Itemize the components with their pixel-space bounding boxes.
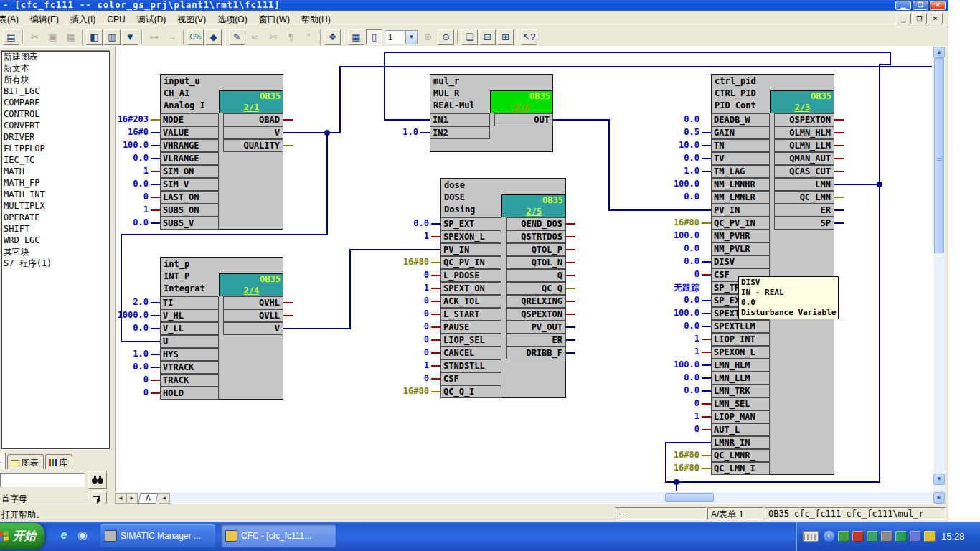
menu-item-4[interactable]: 调试(D) [131,11,172,27]
menu-item-6[interactable]: 选项(O) [212,11,253,27]
menu-item-7[interactable]: 窗口(W) [253,11,296,27]
pin-value-dose-PAUSE[interactable]: 0 [374,321,429,331]
grid-icon[interactable]: ▦ [348,29,364,45]
mdi-restore-button[interactable]: ❐ [912,13,927,24]
pin-ctrl_pid-NM_PVLR[interactable]: NM_PVLR [711,242,770,255]
pin-value-int_p-HYS[interactable]: 1.0 [115,349,149,359]
pin-ctrl_pid-TN[interactable]: TN [711,139,770,152]
sheet-next-button[interactable]: ► [126,493,138,504]
pin-dose-CSF[interactable]: CSF [440,372,501,385]
pin-ctrl_pid-LIOP_INT[interactable]: LIOP_INT [711,333,770,346]
pin-ctrl_pid-SPEXON_L[interactable]: SPEXON_L [711,346,770,359]
pin-value-ctrl_pid-SPEXT[interactable]: 100.0 [645,308,699,318]
pin-value-ctrl_pid-TN[interactable]: 10.0 [645,140,699,150]
menu-item-2[interactable]: 插入(I) [65,11,101,27]
pin-dose-PV_OUT[interactable]: PV_OUT [506,321,566,334]
pin-value-input_u-SUBS_V[interactable]: 0.0 [115,217,149,227]
pin-ctrl_pid-QC_LMNR_[interactable]: QC_LMNR_ [711,449,770,462]
chart-tree-icon[interactable]: ▼ [122,29,138,45]
pin-value-ctrl_pid-AUT_L[interactable]: 0 [645,424,699,434]
pin-value-dose-QC_Q_I[interactable]: 16#80 [374,386,429,396]
pin-value-int_p-VTRACK[interactable]: 0.0 [115,362,149,372]
pin-value-ctrl_pid-QC_LMN_I[interactable]: 16#80 [645,463,699,473]
pin-ctrl_pid-QCAS_CUT[interactable]: QCAS_CUT [774,165,834,178]
pin-ctrl_pid-LMN[interactable]: LMN [774,178,834,191]
pin-ctrl_pid-PV_IN[interactable]: PV_IN [711,204,770,217]
pin-ctrl_pid-NM_PVHR[interactable]: NM_PVHR [711,230,770,242]
pin-value-ctrl_pid-NM_PVLR[interactable]: 0.0 [645,243,699,253]
close-button[interactable]: ✕ [930,1,946,10]
pin-dose-QRELXING[interactable]: QRELXING [506,295,566,308]
pin-value-ctrl_pid-DISV[interactable]: 0.0 [645,256,699,266]
pin-value-dose-QC_PV_IN[interactable]: 16#80 [374,257,429,267]
catalog-item-WRD_LGC[interactable]: WRD_LGC [1,235,110,246]
pin-ctrl_pid-TM_LAG[interactable]: TM_LAG [711,165,770,178]
pin-int_p-TI[interactable]: TI [160,296,219,309]
simatic-station-icon[interactable] [867,531,878,542]
pin-value-ctrl_pid-SP_EX[interactable]: 0.0 [645,295,699,305]
pin-int_p-QVLL[interactable]: QVLL [223,309,283,322]
catalog-item-所有块[interactable]: 所有块 [1,74,110,85]
catalog-item-新文本[interactable]: 新文本 [1,62,110,74]
catalog-item-CONVERT[interactable]: CONVERT [1,120,110,131]
pin-value-ctrl_pid-NM_LMNHR[interactable]: 100.0 [645,179,699,189]
pin-value-ctrl_pid-NM_PVHR[interactable]: 100.0 [645,230,699,240]
pin-mul_r-IN2[interactable]: IN2 [430,126,490,139]
simatic-online-icon[interactable] [852,531,864,542]
pin-ctrl_pid-LIOP_MAN[interactable]: LIOP_MAN [711,410,770,423]
catalog-item-COMPARE[interactable]: COMPARE [1,97,110,108]
pin-int_p-V_LL[interactable]: V_LL [160,322,219,335]
pin-value-int_p-TRACK[interactable]: 0 [115,375,149,385]
pin-ctrl_pid-LMN_SEL[interactable]: LMN_SEL [711,397,770,410]
pin-value-ctrl_pid-LIOP_MAN[interactable]: 1 [645,411,699,421]
pin-input_u-SUBS_V[interactable]: SUBS_V [160,217,219,230]
pin-value-ctrl_pid-DEADB_W[interactable]: 0.0 [645,114,699,124]
pin-ctrl_pid-GAIN[interactable]: GAIN [711,126,770,139]
pin-mul_r-OUT[interactable]: OUT [494,113,553,126]
pin-value-input_u-VLRANGE[interactable]: 0.0 [115,153,149,163]
pin-input_u-VHRANGE[interactable]: VHRANGE [160,139,219,152]
pin-value-ctrl_pid-LMN_LLM[interactable]: 0.0 [645,372,699,382]
task-button-1[interactable]: CFC - [cfc_fc111... [221,524,336,547]
catalog-item-DRIVER[interactable]: DRIVER [1,131,110,143]
catalog-item-其它块[interactable]: 其它块 [1,246,110,258]
search-input[interactable] [0,473,85,487]
pin-ctrl_pid-QC_PV_IN[interactable]: QC_PV_IN [711,217,770,230]
scroll-up-icon[interactable]: ▲ [933,47,945,58]
pin-dose-DRIBB_F[interactable]: DRIBB_F [506,347,566,359]
pin-input_u-LAST_ON[interactable]: LAST_ON [160,191,219,204]
task-button-0[interactable]: SIMATIC Manager ... [100,524,215,547]
pin-int_p-HYS[interactable]: HYS [160,348,219,361]
chart-overview-icon[interactable]: ◧ [86,29,103,45]
menu-item-5[interactable]: 视图(V) [171,11,212,27]
pin-value-input_u-VALUE[interactable]: 16#0 [115,127,149,137]
antivirus-icon[interactable] [910,531,921,542]
pin-int_p-U[interactable]: U [160,335,219,348]
pin-value-dose-L_PDOSE[interactable]: 0 [374,270,429,280]
mdi-minimize-button[interactable]: ▁ [896,13,911,24]
print-icon[interactable]: ▤ [3,29,19,45]
pin-value-dose-STNDSTLL[interactable]: 1 [374,360,429,370]
pin-value-input_u-SIM_ON[interactable]: 1 [115,166,149,176]
pin-value-int_p-HOLD[interactable]: 0 [115,387,149,397]
pin-int_p-HOLD[interactable]: HOLD [160,387,219,400]
pin-dose-CANCEL[interactable]: CANCEL [440,347,501,359]
pin-ctrl_pid-LMN_TRK[interactable]: LMN_TRK [711,385,770,397]
pin-ctrl_pid-QLMN_HLM[interactable]: QLMN_HLM [774,126,834,139]
catalog-tab-图表[interactable]: 图表 [7,454,44,469]
pin-value-ctrl_pid-LMN_HLM[interactable]: 100.0 [645,359,699,369]
sheet-tab-a[interactable]: A [138,493,158,504]
pin-dose-QC_PV_IN[interactable]: QC_PV_IN [440,256,501,269]
pin-ctrl_pid-DEADB_W[interactable]: DEADB_W [711,113,770,126]
scroll-right-icon[interactable]: ► [933,492,945,504]
pin-ctrl_pid-QSPEXTON[interactable]: QSPEXTON [774,113,834,126]
mdi-close-button[interactable]: ✕ [928,13,943,24]
pin-dose-SPEXON_L[interactable]: SPEXON_L [440,230,501,243]
help-cursor-icon[interactable]: ↖? [521,29,537,45]
catalog-item-新建图表[interactable]: 新建图表 [1,51,110,62]
pin-ctrl_pid-ER[interactable]: ER [774,204,834,217]
pin-ctrl_pid-LMN_HLM[interactable]: LMN_HLM [711,359,770,372]
pin-dose-QC_Q[interactable]: QC_Q [506,282,566,295]
catalog-item-IEC_TC[interactable]: IEC_TC [1,154,110,166]
pin-dose-QTOL_P[interactable]: QTOL_P [506,243,566,256]
